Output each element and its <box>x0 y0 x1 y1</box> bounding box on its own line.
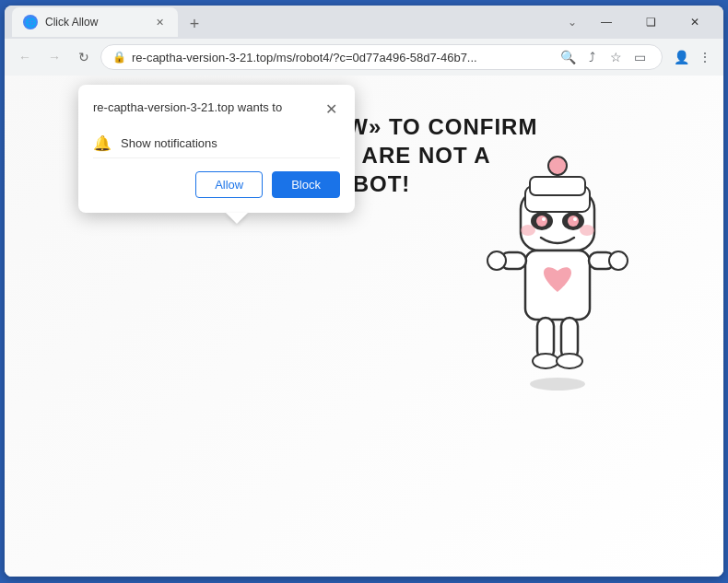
popup-header: re-captha-version-3-21.top wants to ✕ <box>93 99 340 118</box>
popup-close-button[interactable]: ✕ <box>322 99 340 118</box>
popup-notification-row: 🔔 Show notifications <box>93 129 340 158</box>
address-bar: ← → ↻ 🔒 re-captha-version-3-21.top/ms/ro… <box>5 39 723 76</box>
svg-point-22 <box>530 378 585 391</box>
svg-point-12 <box>580 225 594 236</box>
svg-point-9 <box>542 217 546 221</box>
tab-title: Click Allow <box>45 16 145 29</box>
url-bar[interactable]: 🔒 re-captha-version-3-21.top/ms/robot4/?… <box>100 44 663 70</box>
browser-window: 🌐 Click Allow ✕ + ⌄ — ❑ ✕ ← → ↻ 🔒 re-cap… <box>5 6 723 577</box>
refresh-button[interactable]: ↻ <box>71 44 97 70</box>
new-tab-button[interactable]: + <box>182 11 207 37</box>
popup-actions: Allow Block <box>93 171 340 198</box>
sidebar-icon-btn[interactable]: ▭ <box>628 46 651 68</box>
share-icon-btn[interactable]: ⤴ <box>581 46 603 68</box>
svg-point-11 <box>521 225 535 236</box>
minimize-area: ⌄ <box>559 9 585 35</box>
maximize-button[interactable]: ❑ <box>629 6 672 39</box>
notification-label: Show notifications <box>121 136 217 150</box>
window-controls: — ❑ ✕ <box>585 6 716 39</box>
address-icons: 🔍 ⤴ ☆ ▭ <box>557 46 651 68</box>
svg-point-15 <box>487 251 506 270</box>
bell-icon: 🔔 <box>93 134 112 152</box>
svg-point-7 <box>536 216 547 227</box>
lock-icon: 🔒 <box>112 51 126 64</box>
bookmark-icon-btn[interactable]: ☆ <box>605 46 627 68</box>
profile-button[interactable]: 👤 <box>670 46 692 68</box>
notification-popup: re-captha-version-3-21.top wants to ✕ 🔔 … <box>78 85 355 213</box>
allow-button[interactable]: Allow <box>195 171 263 198</box>
robot-illustration <box>465 149 668 426</box>
menu-area: 👤 ⋮ <box>670 46 716 68</box>
tab-favicon: 🌐 <box>23 15 38 29</box>
close-button[interactable]: ✕ <box>674 6 716 39</box>
svg-point-20 <box>533 354 558 368</box>
active-tab[interactable]: 🌐 Click Allow ✕ <box>12 7 178 37</box>
svg-point-1 <box>548 157 567 175</box>
search-icon-btn[interactable]: 🔍 <box>557 46 579 68</box>
back-button[interactable]: ← <box>12 44 38 70</box>
svg-point-10 <box>573 217 577 221</box>
webpage-background: CLICK «ALLOW» TO CONFIRM THAT YOU ARE NO… <box>5 76 723 577</box>
tab-close-button[interactable]: ✕ <box>152 15 167 29</box>
svg-point-21 <box>557 354 582 368</box>
svg-point-8 <box>568 216 579 227</box>
title-bar: 🌐 Click Allow ✕ + ⌄ — ❑ ✕ <box>5 6 723 39</box>
minimize-button[interactable]: — <box>585 6 628 39</box>
block-button[interactable]: Block <box>272 171 340 198</box>
forward-button[interactable]: → <box>41 44 67 70</box>
url-text: re-captha-version-3-21.top/ms/robot4/?c=… <box>132 51 551 64</box>
tabs-area: 🌐 Click Allow ✕ + <box>12 7 556 37</box>
popup-title: re-captha-version-3-21.top wants to <box>93 99 282 116</box>
tab-search-button[interactable]: ⌄ <box>559 9 585 35</box>
menu-button[interactable]: ⋮ <box>694 46 716 68</box>
svg-point-17 <box>609 251 628 270</box>
content-area: CLICK «ALLOW» TO CONFIRM THAT YOU ARE NO… <box>5 76 723 577</box>
svg-rect-4 <box>530 177 585 195</box>
